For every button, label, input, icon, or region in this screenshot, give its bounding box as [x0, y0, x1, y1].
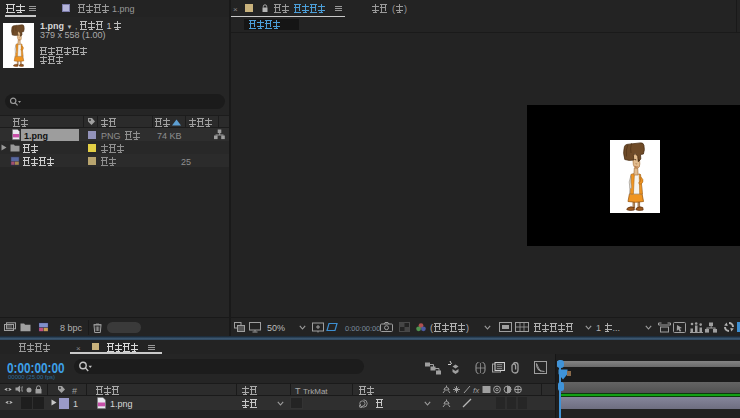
svg-text:fx: fx [473, 386, 480, 394]
